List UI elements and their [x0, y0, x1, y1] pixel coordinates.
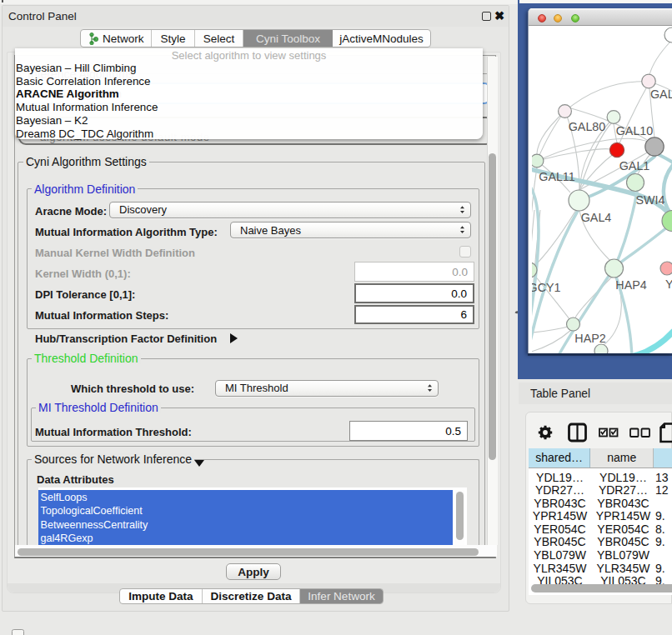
- svg-text:GAL80: GAL80: [569, 120, 606, 133]
- svg-text:GAL10: GAL10: [616, 124, 654, 138]
- svg-text:YM: YM: [665, 278, 672, 291]
- svg-text:HAP2: HAP2: [574, 332, 605, 345]
- svg-text:GAL11: GAL11: [539, 170, 574, 183]
- svg-text:GAL1: GAL1: [619, 159, 650, 172]
- svg-text:GCY1: GCY1: [532, 281, 561, 294]
- svg-text:GAL2: GAL2: [650, 88, 672, 101]
- svg-text:SWI4: SWI4: [636, 193, 665, 207]
- svg-text:HAP4: HAP4: [615, 278, 646, 292]
- svg-text:GAL4: GAL4: [581, 211, 612, 224]
